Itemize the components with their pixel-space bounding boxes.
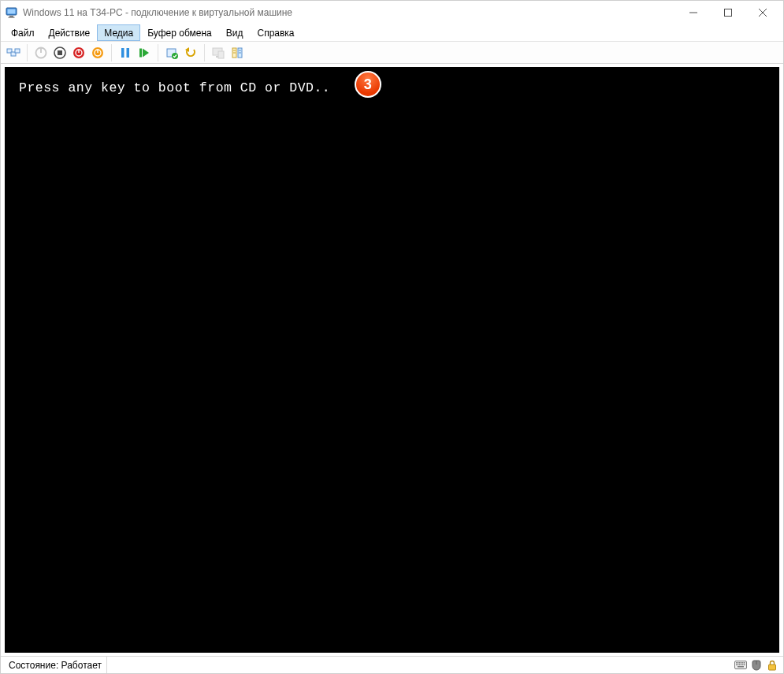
reset-icon xyxy=(139,47,150,58)
pause-button[interactable] xyxy=(116,43,135,62)
svg-rect-52 xyxy=(769,665,776,670)
power-start-icon xyxy=(35,47,47,59)
toolbar xyxy=(1,42,783,64)
statusbar: Состояние: Работает xyxy=(1,656,783,673)
svg-rect-3 xyxy=(9,17,15,18)
toolbar-separator xyxy=(158,44,158,61)
lock-indicator-icon xyxy=(765,658,779,672)
shut-down-button[interactable] xyxy=(69,43,88,62)
ctrl-alt-del-button[interactable] xyxy=(4,43,23,62)
svg-rect-2 xyxy=(9,16,13,17)
turn-off-button[interactable] xyxy=(50,43,69,62)
enhanced-session-icon xyxy=(212,47,225,59)
minimize-button[interactable] xyxy=(676,1,711,24)
svg-rect-48 xyxy=(742,664,744,665)
svg-rect-42 xyxy=(742,662,744,664)
menu-action[interactable]: Действие xyxy=(42,24,98,41)
pause-icon xyxy=(120,47,131,58)
app-icon xyxy=(6,6,18,19)
svg-rect-47 xyxy=(741,664,742,665)
svg-rect-22 xyxy=(127,48,130,58)
menu-help[interactable]: Справка xyxy=(250,24,301,41)
keyboard-indicator-icon xyxy=(734,658,748,672)
start-button[interactable] xyxy=(32,43,50,62)
svg-rect-50 xyxy=(738,666,744,668)
svg-rect-38 xyxy=(736,662,738,664)
boot-prompt-text: Press any key to boot from CD or DVD.. xyxy=(19,80,330,95)
menu-clipboard[interactable]: Буфер обмена xyxy=(140,24,219,41)
ctrl-alt-del-icon xyxy=(6,46,20,60)
power-shutdown-icon xyxy=(91,47,104,59)
svg-rect-44 xyxy=(736,664,738,665)
svg-rect-43 xyxy=(744,662,745,664)
annotation-badge: 3 xyxy=(355,71,381,98)
menu-view[interactable]: Вид xyxy=(219,24,251,41)
window-title: Windows 11 на T34-PC - подключение к вир… xyxy=(23,7,292,18)
revert-icon xyxy=(184,47,197,59)
toolbar-separator xyxy=(111,44,112,61)
svg-rect-14 xyxy=(58,50,62,55)
svg-rect-21 xyxy=(121,48,124,58)
close-button[interactable] xyxy=(745,1,780,24)
svg-rect-30 xyxy=(218,51,224,58)
power-off-icon xyxy=(72,47,85,59)
annotation-number: 3 xyxy=(364,76,373,93)
svg-rect-41 xyxy=(741,662,742,664)
status-label: Состояние: xyxy=(9,660,58,671)
svg-rect-10 xyxy=(15,49,20,53)
menu-media[interactable]: Медиа xyxy=(97,24,140,41)
power-stop-icon xyxy=(54,47,66,59)
svg-rect-23 xyxy=(139,48,142,57)
share-icon xyxy=(231,47,243,59)
vm-console[interactable]: Press any key to boot from CD or DVD.. 3 xyxy=(5,67,779,653)
toolbar-separator xyxy=(27,44,28,61)
reset-button[interactable] xyxy=(135,43,154,62)
menu-file[interactable]: Файл xyxy=(4,24,42,41)
enhanced-session-button[interactable] xyxy=(209,43,228,62)
svg-rect-46 xyxy=(739,664,741,665)
toolbar-separator xyxy=(204,44,205,61)
mouse-indicator-icon xyxy=(749,658,764,672)
svg-rect-5 xyxy=(725,9,732,17)
checkpoint-icon xyxy=(165,47,178,59)
svg-rect-45 xyxy=(738,664,739,665)
maximize-button[interactable] xyxy=(711,1,745,24)
menubar: Файл Действие Медиа Буфер обмена Вид Спр… xyxy=(1,24,783,42)
svg-marker-24 xyxy=(143,48,149,57)
checkpoint-button[interactable] xyxy=(162,43,181,62)
svg-rect-49 xyxy=(744,664,745,665)
svg-rect-40 xyxy=(739,662,741,664)
titlebar: Windows 11 на T34-PC - подключение к вир… xyxy=(1,1,783,24)
svg-rect-1 xyxy=(8,9,16,14)
share-button[interactable] xyxy=(228,43,247,62)
status-value: Работает xyxy=(61,660,102,671)
svg-rect-39 xyxy=(738,662,739,664)
status-cell: Состояние: Работает xyxy=(4,657,107,673)
revert-button[interactable] xyxy=(181,43,200,62)
vm-connection-window: Windows 11 на T34-PC - подключение к вир… xyxy=(0,0,784,674)
save-button[interactable] xyxy=(88,43,107,62)
